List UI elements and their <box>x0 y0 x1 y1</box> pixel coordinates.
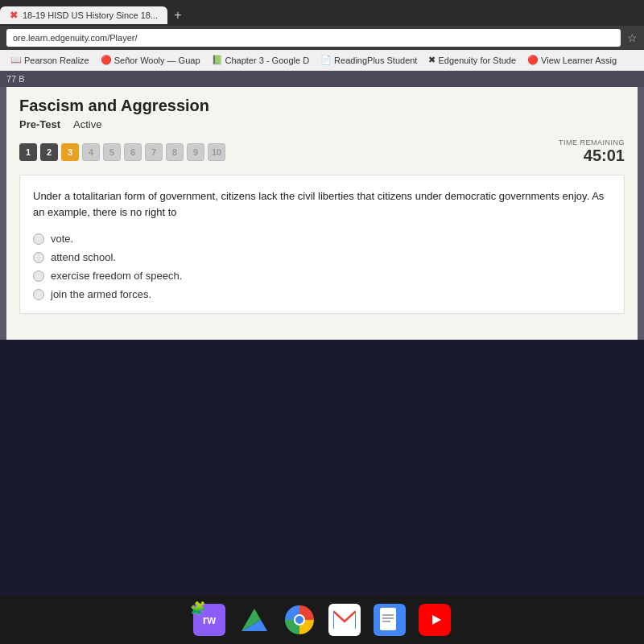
page-content: Fascism and Aggression Pre-Test Active 1… <box>6 87 638 340</box>
address-text: ore.learn.edgenuity.com/Player/ <box>13 33 138 43</box>
radio-b[interactable] <box>33 252 44 263</box>
question-nav-row: 1 2 3 4 5 6 7 8 9 10 TIME REMAINING 45:0… <box>19 138 625 165</box>
question-bubble-8[interactable]: 8 <box>166 143 184 161</box>
bookmark-readingplus[interactable]: 📄 ReadingPlus Student <box>316 53 421 67</box>
bookmark-chapter3-label: Chapter 3 - Google D <box>225 56 310 65</box>
question-bubble-10[interactable]: 10 <box>208 143 225 161</box>
pre-test-label: Pre-Test <box>19 118 60 130</box>
bookmark-readingplus-label: ReadingPlus Student <box>334 56 417 65</box>
chapter3-icon: 📗 <box>212 55 223 65</box>
toolbar-strip: 77 B <box>0 71 644 87</box>
docs-taskbar-icon[interactable] <box>374 604 406 636</box>
question-bubble-6[interactable]: 6 <box>124 143 142 161</box>
question-bubble-9[interactable]: 9 <box>187 143 204 161</box>
lesson-title: Fascism and Aggression <box>19 97 625 115</box>
radio-d[interactable] <box>33 289 44 300</box>
question-text: Under a totalitarian form of government,… <box>33 188 611 220</box>
viewlearner-icon: 🔴 <box>527 55 539 65</box>
browser-chrome: ✖ 18-19 HISD US History Since 18... + or… <box>0 0 644 71</box>
chrome-center-circle <box>294 614 305 625</box>
svg-rect-8 <box>382 614 394 616</box>
lesson-meta: Pre-Test Active <box>19 118 625 130</box>
senorwooly-icon: 🔴 <box>101 55 112 65</box>
question-bubble-1[interactable]: 1 <box>19 143 37 161</box>
question-box: Under a totalitarian form of government,… <box>19 175 625 314</box>
address-bar-row: ore.learn.edgenuity.com/Player/ ☆ <box>0 26 644 50</box>
bookmark-chapter3[interactable]: 📗 Chapter 3 - Google D <box>208 53 314 67</box>
svg-rect-10 <box>382 621 390 622</box>
time-remaining-label: TIME REMAINING <box>559 138 625 147</box>
bookmark-viewlearner[interactable]: 🔴 View Learner Assig <box>523 53 621 67</box>
youtube-taskbar-icon[interactable] <box>419 604 451 636</box>
chrome-taskbar-icon[interactable] <box>283 604 316 636</box>
question-bubble-2[interactable]: 2 <box>40 143 58 161</box>
time-remaining-value: 45:01 <box>559 147 625 165</box>
answer-label-c: exercise freedom of speech. <box>51 270 182 282</box>
bookmark-senorwooly-label: Señor Wooly — Guap <box>114 56 200 65</box>
edgenuity-icon: ✖ <box>428 55 436 65</box>
content-area: 77 B Fascism and Aggression Pre-Test Act… <box>0 71 644 340</box>
puzzle-icon: 🧩 <box>190 601 206 616</box>
answer-option-a[interactable]: vote. <box>33 233 611 245</box>
answer-label-d: join the armed forces. <box>51 288 151 300</box>
question-bubbles: 1 2 3 4 5 6 7 8 9 10 <box>19 143 225 161</box>
bookmark-pearson[interactable]: 📖 Pearson Realize <box>6 53 93 67</box>
bookmarks-bar: 📖 Pearson Realize 🔴 Señor Wooly — Guap 📗… <box>0 50 644 71</box>
tab-close-icon[interactable]: ✖ <box>10 10 18 21</box>
active-tab[interactable]: ✖ 18-19 HISD US History Since 18... <box>0 6 167 24</box>
bookmark-edgenuity-label: Edgenuity for Stude <box>438 56 516 65</box>
chrome-icon-shape <box>285 605 314 634</box>
bookmark-star-icon[interactable]: ☆ <box>627 31 638 44</box>
drive-icon-svg <box>240 605 269 634</box>
svg-marker-11 <box>432 615 441 625</box>
taskbar: rw 🧩 <box>0 596 644 644</box>
question-bubble-4[interactable]: 4 <box>82 143 100 161</box>
drive-taskbar-icon[interactable] <box>238 604 270 636</box>
question-bubble-7[interactable]: 7 <box>145 143 163 161</box>
youtube-icon-svg <box>423 612 446 628</box>
rw-taskbar-icon[interactable]: rw 🧩 <box>193 604 225 636</box>
bookmark-pearson-label: Pearson Realize <box>24 56 89 65</box>
address-bar[interactable]: ore.learn.edgenuity.com/Player/ <box>6 29 621 47</box>
answer-option-d[interactable]: join the armed forces. <box>33 288 611 300</box>
question-bubble-3[interactable]: 3 <box>61 143 79 161</box>
active-label: Active <box>73 118 101 130</box>
toolbar-label: 77 B <box>6 74 25 84</box>
answer-options: vote. attend school. exercise freedom of… <box>33 233 611 300</box>
readingplus-icon: 📄 <box>320 55 332 65</box>
answer-label-b: attend school. <box>51 251 116 263</box>
bookmark-viewlearner-label: View Learner Assig <box>541 56 617 65</box>
bookmark-senorwooly[interactable]: 🔴 Señor Wooly — Guap <box>97 53 204 67</box>
tab-title: 18-19 HISD US History Since 18... <box>23 10 158 20</box>
answer-label-a: vote. <box>51 233 73 245</box>
radio-c[interactable] <box>33 270 44 282</box>
gmail-icon-svg <box>333 611 356 629</box>
svg-rect-9 <box>382 617 394 619</box>
radio-a[interactable] <box>33 233 44 245</box>
answer-option-c[interactable]: exercise freedom of speech. <box>33 270 611 282</box>
tab-bar: ✖ 18-19 HISD US History Since 18... + <box>0 0 644 26</box>
time-remaining: TIME REMAINING 45:01 <box>559 138 625 165</box>
docs-icon-svg <box>380 608 399 632</box>
pearson-icon: 📖 <box>10 55 22 65</box>
bookmark-edgenuity[interactable]: ✖ Edgenuity for Stude <box>424 53 520 67</box>
new-tab-button[interactable]: + <box>167 8 188 23</box>
gmail-taskbar-icon[interactable] <box>328 604 361 636</box>
question-bubble-5[interactable]: 5 <box>103 143 121 161</box>
answer-option-b[interactable]: attend school. <box>33 251 611 263</box>
